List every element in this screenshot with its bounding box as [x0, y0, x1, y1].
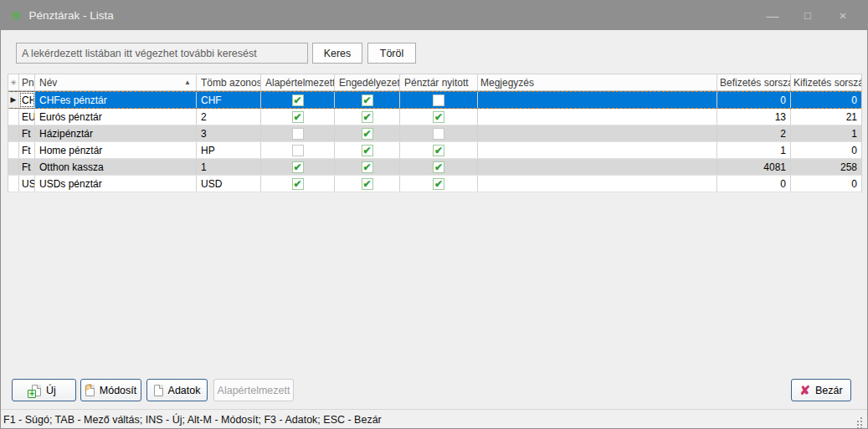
checkbox-penztar-nyitott[interactable]	[433, 94, 444, 106]
modify-button[interactable]: ✎ Módosít	[80, 379, 141, 401]
new-button[interactable]: + Új	[12, 379, 76, 401]
cell-nev[interactable]: CHFes pénztár	[35, 92, 197, 108]
cell-pn[interactable]: CHF	[19, 92, 35, 108]
cell-alapertelmezett[interactable]	[261, 142, 335, 158]
cell-pn[interactable]: Ft	[19, 125, 35, 141]
checkbox-alapertelmezett[interactable]: ✔	[292, 94, 304, 106]
column-header-engedelyezett[interactable]: Engedélyezett	[335, 74, 400, 90]
cell-befizetes-sorszam[interactable]: 1	[717, 142, 791, 158]
checkbox-engedelyezett[interactable]: ✔	[362, 145, 373, 156]
cell-nev[interactable]: Otthon kassza	[35, 159, 197, 175]
cell-tomb-azonosito[interactable]: 3	[197, 125, 261, 141]
cell-befizetes-sorszam[interactable]: 2	[717, 125, 791, 141]
column-header-kifizetes-sorszam[interactable]: Kifizetés sorszám	[791, 74, 861, 90]
cell-penztar-nyitott[interactable]	[400, 92, 478, 108]
column-header-pn[interactable]: Pn	[19, 74, 35, 90]
checkbox-alapertelmezett[interactable]: ✔	[292, 111, 304, 123]
cell-befizetes-sorszam[interactable]: 4081	[717, 159, 791, 175]
cell-megjegyzes[interactable]	[478, 109, 717, 125]
cell-pn[interactable]: Ft	[19, 142, 35, 158]
cell-tomb-azonosito[interactable]: 1	[197, 159, 261, 175]
column-header-nev[interactable]: Név ▲	[35, 74, 197, 90]
checkbox-engedelyezett[interactable]: ✔	[362, 94, 373, 106]
cell-engedelyezett[interactable]: ✔	[335, 176, 400, 192]
cell-penztar-nyitott[interactable]: ✔	[400, 176, 478, 192]
cell-engedelyezett[interactable]: ✔	[335, 92, 400, 108]
default-button[interactable]: Alapértelmezett	[213, 379, 294, 401]
table-row[interactable]: ▶ EUR Eurós pénztár 2 ✔ ✔ ✔ 13 21	[8, 109, 861, 125]
checkbox-alapertelmezett[interactable]: ✔	[292, 161, 304, 173]
cell-engedelyezett[interactable]: ✔	[335, 159, 400, 175]
cell-kifizetes-sorszam[interactable]: 21	[791, 109, 861, 125]
search-input[interactable]	[16, 43, 308, 64]
table-row[interactable]: ▶ Ft Otthon kassza 1 ✔ ✔ ✔ 4081 258	[8, 159, 861, 176]
column-header-alapertelmezett[interactable]: Alapértelmezett	[261, 74, 335, 90]
cell-engedelyezett[interactable]: ✔	[335, 109, 400, 125]
minimize-button[interactable]: —	[755, 0, 790, 30]
cell-kifizetes-sorszam[interactable]: 0	[791, 92, 861, 108]
cell-kifizetes-sorszam[interactable]: 258	[791, 159, 861, 175]
checkbox-penztar-nyitott[interactable]: ✔	[433, 178, 444, 190]
cell-alapertelmezett[interactable]: ✔	[261, 92, 335, 108]
cell-tomb-azonosito[interactable]: CHF	[197, 92, 261, 108]
cell-nev[interactable]: Home pénztár	[35, 142, 197, 158]
cell-pn[interactable]: USD	[19, 176, 35, 192]
close-window-button[interactable]: ✘ Bezár	[791, 379, 851, 401]
cell-megjegyzes[interactable]	[478, 176, 717, 192]
data-button[interactable]: Adatok	[146, 379, 208, 401]
checkbox-penztar-nyitott[interactable]: ✔	[433, 161, 444, 173]
checkbox-engedelyezett[interactable]: ✔	[362, 128, 373, 140]
cell-alapertelmezett[interactable]: ✔	[261, 176, 335, 192]
clear-search-button[interactable]: Töröl	[367, 43, 416, 64]
checkbox-alapertelmezett[interactable]	[292, 128, 304, 140]
table-row[interactable]: ▶ USD USDs pénztár USD ✔ ✔ ✔ 0 0	[8, 176, 861, 192]
checkbox-engedelyezett[interactable]: ✔	[362, 178, 373, 190]
title-bar[interactable]: ❋ Pénztárak - Lista — □ ×	[1, 0, 867, 30]
cell-nev[interactable]: Házipénztár	[35, 125, 197, 141]
column-header-befizetes-sorszam[interactable]: Befizetés sorszám	[717, 74, 791, 90]
checkbox-alapertelmezett[interactable]: ✔	[292, 178, 304, 190]
cell-engedelyezett[interactable]: ✔	[335, 125, 400, 141]
cell-nev[interactable]: Eurós pénztár	[35, 109, 197, 125]
cell-engedelyezett[interactable]: ✔	[335, 142, 400, 158]
cell-megjegyzes[interactable]	[478, 142, 717, 158]
cell-pn[interactable]: Ft	[19, 159, 35, 175]
column-header-megjegyzes[interactable]: Megjegyzés	[478, 74, 717, 90]
checkbox-alapertelmezett[interactable]	[292, 145, 304, 156]
cell-alapertelmezett[interactable]	[261, 125, 335, 141]
checkbox-penztar-nyitott[interactable]	[433, 128, 444, 140]
cell-kifizetes-sorszam[interactable]: 1	[791, 125, 861, 141]
cell-tomb-azonosito[interactable]: USD	[197, 176, 261, 192]
cell-penztar-nyitott[interactable]: ✔	[400, 142, 478, 158]
cell-alapertelmezett[interactable]: ✔	[261, 159, 335, 175]
table-row[interactable]: ▶ Ft Home pénztár HP ✔ ✔ 1 0	[8, 142, 861, 159]
resize-grip[interactable]	[857, 424, 859, 426]
cell-befizetes-sorszam[interactable]: 0	[717, 176, 791, 192]
maximize-button[interactable]: □	[790, 0, 825, 30]
cell-penztar-nyitott[interactable]	[400, 125, 478, 141]
cell-befizetes-sorszam[interactable]: 13	[717, 109, 791, 125]
checkbox-engedelyezett[interactable]: ✔	[362, 111, 373, 123]
cell-nev[interactable]: USDs pénztár	[35, 176, 197, 192]
column-header-tomb-azonosito[interactable]: Tömb azonosító	[197, 74, 261, 90]
cell-megjegyzes[interactable]	[478, 125, 717, 141]
checkbox-penztar-nyitott[interactable]: ✔	[433, 111, 444, 123]
search-button[interactable]: Keres	[312, 43, 362, 64]
cell-megjegyzes[interactable]	[478, 92, 717, 108]
cell-penztar-nyitott[interactable]: ✔	[400, 159, 478, 175]
cell-penztar-nyitott[interactable]: ✔	[400, 109, 478, 125]
table-row[interactable]: ▶ CHF CHFes pénztár CHF ✔ ✔ 0 0	[8, 91, 861, 109]
cell-tomb-azonosito[interactable]: 2	[197, 109, 261, 125]
cell-kifizetes-sorszam[interactable]: 0	[791, 176, 861, 192]
column-header-penztar-nyitott[interactable]: Pénztár nyitott	[400, 74, 478, 90]
cell-befizetes-sorszam[interactable]: 0	[717, 92, 791, 108]
cell-pn[interactable]: EUR	[19, 109, 35, 125]
cell-kifizetes-sorszam[interactable]: 0	[791, 142, 861, 158]
checkbox-penztar-nyitott[interactable]: ✔	[433, 145, 444, 156]
checkbox-engedelyezett[interactable]: ✔	[362, 161, 373, 173]
cell-tomb-azonosito[interactable]: HP	[197, 142, 261, 158]
cell-alapertelmezett[interactable]: ✔	[261, 109, 335, 125]
close-button[interactable]: ×	[825, 0, 860, 30]
table-row[interactable]: ▶ Ft Házipénztár 3 ✔ 2 1	[8, 125, 861, 142]
cell-megjegyzes[interactable]	[478, 159, 717, 175]
